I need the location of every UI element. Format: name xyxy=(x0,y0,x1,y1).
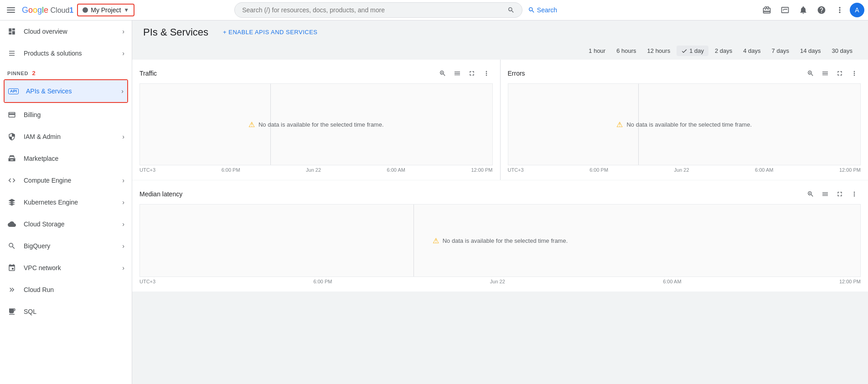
compute-engine-chevron: › xyxy=(122,177,124,184)
latency-expand-icon xyxy=(836,190,843,198)
traffic-expand-icon xyxy=(468,70,475,77)
time-btn-1h[interactable]: 1 hour xyxy=(584,46,610,56)
errors-warning-icon: ⚠ xyxy=(616,120,623,129)
latency-zoom-button[interactable] xyxy=(804,188,817,200)
traffic-expand-button[interactable] xyxy=(465,67,478,80)
latency-legend-icon xyxy=(822,190,829,198)
time-btn-30d[interactable]: 30 days xyxy=(827,46,857,56)
iam-admin-chevron: › xyxy=(122,133,124,140)
time-range-bar: 1 hour 6 hours 12 hours 1 day 2 days 4 d… xyxy=(132,44,868,60)
sidebar: Cloud overview › Products & solutions › … xyxy=(0,20,132,384)
sidebar-item-iam-admin[interactable]: IAM & Admin › xyxy=(0,126,132,148)
sidebar-item-products-solutions[interactable]: Products & solutions › xyxy=(0,42,132,64)
time-btn-1d[interactable]: 1 day xyxy=(677,46,708,56)
terminal-icon xyxy=(780,5,790,15)
latency-expand-button[interactable] xyxy=(833,188,846,200)
more-icon xyxy=(835,5,844,15)
sidebar-item-bigquery[interactable]: BigQuery › xyxy=(0,235,132,257)
time-btn-2d[interactable]: 2 days xyxy=(710,46,737,56)
bell-icon xyxy=(799,5,808,15)
latency-no-data-text: No data is available for the selected ti… xyxy=(443,237,568,244)
kubernetes-engine-label: Kubernetes Engine xyxy=(24,199,115,206)
errors-chart-card: Errors xyxy=(501,60,868,180)
errors-more-button[interactable] xyxy=(848,67,861,80)
marketplace-label: Marketplace xyxy=(24,155,124,162)
errors-expand-button[interactable] xyxy=(833,67,846,80)
latency-zoom-icon xyxy=(807,190,814,198)
sidebar-item-sql[interactable]: SQL xyxy=(0,301,132,323)
traffic-more-button[interactable] xyxy=(480,67,493,80)
sidebar-item-kubernetes-engine[interactable]: Kubernetes Engine › xyxy=(0,191,132,213)
billing-label: Billing xyxy=(24,111,124,118)
latency-more-icon xyxy=(851,190,858,198)
errors-legend-button[interactable] xyxy=(819,67,832,80)
project-dropdown-icon: ▼ xyxy=(124,7,129,13)
products-solutions-chevron: › xyxy=(122,50,124,57)
latency-legend-button[interactable] xyxy=(819,188,832,200)
traffic-chart-title: Traffic xyxy=(140,70,436,77)
sidebar-item-cloud-storage[interactable]: Cloud Storage › xyxy=(0,213,132,235)
sidebar-item-marketplace[interactable]: Marketplace xyxy=(0,148,132,169)
traffic-zoom-icon xyxy=(439,70,446,77)
sql-icon xyxy=(7,307,16,316)
sidebar-item-vpc-network[interactable]: VPC network › xyxy=(0,257,132,279)
latency-more-button[interactable] xyxy=(848,188,861,200)
project-dot-icon xyxy=(83,7,88,13)
traffic-legend-icon xyxy=(454,70,461,77)
sql-label: SQL xyxy=(24,308,124,315)
terminal-button[interactable] xyxy=(777,2,793,18)
avatar[interactable]: A xyxy=(850,3,864,17)
enable-apis-button[interactable]: + ENABLE APIS AND SERVICES xyxy=(216,26,325,38)
billing-icon xyxy=(7,110,16,119)
time-btn-6h[interactable]: 6 hours xyxy=(612,46,641,56)
bigquery-chevron: › xyxy=(122,242,124,250)
sidebar-item-apis-services[interactable]: API APIs & Services › xyxy=(5,80,127,102)
more-options-button[interactable] xyxy=(832,2,848,18)
errors-zoom-button[interactable] xyxy=(804,67,817,80)
traffic-zoom-button[interactable] xyxy=(436,67,449,80)
traffic-more-icon xyxy=(483,70,490,77)
time-btn-4d[interactable]: 4 days xyxy=(739,46,765,56)
cloud-storage-icon xyxy=(7,220,16,229)
cloud-overview-label: Cloud overview xyxy=(24,28,115,35)
page-header: PIs & Services + ENABLE APIS AND SERVICE… xyxy=(132,20,868,44)
traffic-chart-body: ⚠ No data is available for the selected … xyxy=(140,83,493,165)
project-name: My Project xyxy=(91,6,121,14)
gift-button[interactable] xyxy=(759,2,775,18)
charts-grid: Traffic xyxy=(132,60,868,180)
google-cloud-logo: Google Cloud1 xyxy=(22,5,73,15)
sidebar-item-cloud-run[interactable]: Cloud Run xyxy=(0,279,132,301)
project-selector[interactable]: My Project ▼ xyxy=(77,4,134,16)
latency-warning-icon: ⚠ xyxy=(433,236,439,245)
search-btn-icon xyxy=(528,6,535,14)
hamburger-button[interactable] xyxy=(4,3,18,17)
gift-icon xyxy=(762,5,771,15)
sidebar-item-compute-engine[interactable]: Compute Engine › xyxy=(0,169,132,191)
svg-rect-0 xyxy=(7,7,15,8)
errors-legend-icon xyxy=(822,70,829,77)
search-button[interactable]: Search xyxy=(522,5,563,15)
apis-services-label: APIs & Services xyxy=(26,87,114,95)
cloud-overview-chevron: › xyxy=(122,28,124,35)
errors-expand-icon xyxy=(836,70,843,77)
sidebar-item-cloud-overview[interactable]: Cloud overview › xyxy=(0,20,132,42)
page-title: PIs & Services xyxy=(143,26,208,38)
errors-no-data-text: No data is available for the selected ti… xyxy=(626,121,752,128)
time-btn-12h[interactable]: 12 hours xyxy=(643,46,675,56)
traffic-warning-icon: ⚠ xyxy=(248,120,255,129)
sidebar-item-apis-services-wrapper: API APIs & Services › xyxy=(4,79,128,103)
compute-engine-label: Compute Engine xyxy=(24,177,115,184)
pinned-section-label: PINNED 2 xyxy=(0,64,132,78)
time-btn-14d[interactable]: 14 days xyxy=(796,46,826,56)
compute-engine-icon xyxy=(7,176,16,185)
traffic-legend-button[interactable] xyxy=(451,67,464,80)
sidebar-item-billing[interactable]: Billing xyxy=(0,104,132,126)
kubernetes-engine-chevron: › xyxy=(122,199,124,206)
help-button[interactable] xyxy=(813,2,830,18)
notifications-button[interactable] xyxy=(795,2,811,18)
search-input[interactable] xyxy=(242,6,507,14)
median-latency-chart-body: ⚠ No data is available for the selected … xyxy=(140,204,861,277)
vpc-network-chevron: › xyxy=(122,264,124,271)
api-badge: API xyxy=(8,88,19,94)
time-btn-7d[interactable]: 7 days xyxy=(767,46,794,56)
